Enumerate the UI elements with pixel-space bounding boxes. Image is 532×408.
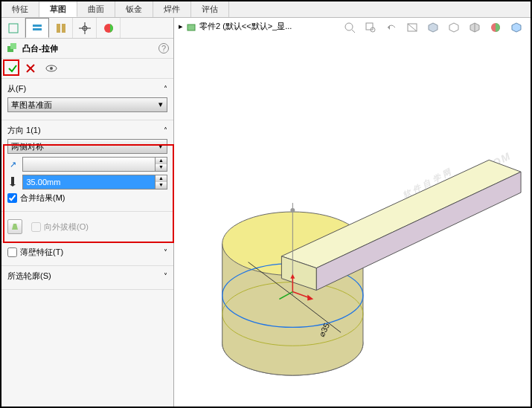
svg-rect-11 (10, 43, 16, 49)
extrude-icon (6, 42, 18, 55)
from-select[interactable]: 草图基准面 (7, 97, 167, 112)
draft-outward-label: 向外拔模(O) (44, 221, 89, 233)
tab-sheetmetal[interactable]: 钣金 (115, 1, 153, 17)
contours-header[interactable]: 所选轮廓(S) ˅ (7, 271, 167, 282)
feature-tree-icon[interactable] (1, 18, 25, 38)
svg-rect-16 (11, 177, 14, 184)
chevron-up-icon: ˄ (164, 126, 167, 135)
property-panel: 凸台-拉伸 ? 从(F) ˄ 草图基准面 ▾ (1, 18, 174, 407)
draft-toggle-button[interactable] (7, 219, 22, 234)
direction1-section-header[interactable]: 方向 1(1) ˄ (7, 125, 167, 136)
chevron-down-icon: ˅ (164, 272, 167, 280)
help-icon[interactable]: ? (158, 43, 169, 54)
from-section-header[interactable]: 从(F) ˄ (7, 83, 167, 94)
panel-icon-strip (1, 18, 173, 39)
spin-up[interactable]: ▲ (156, 175, 167, 182)
chevron-down-icon: ˅ (164, 248, 167, 256)
feature-title: 凸台-拉伸 (22, 43, 58, 54)
spin-down[interactable]: ▼ (156, 182, 167, 189)
ok-button[interactable] (6, 62, 19, 75)
configuration-icon[interactable] (49, 18, 73, 38)
direction-vector-field[interactable] (22, 157, 156, 172)
svg-marker-17 (12, 224, 18, 230)
reverse-direction-icon[interactable]: ↗ (7, 160, 18, 169)
tab-evaluate[interactable]: 评估 (191, 1, 229, 17)
depth-icon (7, 176, 18, 188)
svg-rect-0 (9, 24, 18, 33)
model-geometry: ⌀35 (174, 18, 531, 407)
cancel-button[interactable] (24, 62, 37, 75)
ribbon-tabbar: 特征 草图 曲面 钣金 焊件 评估 (1, 1, 531, 18)
direction1-label: 方向 1(1) (7, 125, 41, 136)
svg-point-41 (290, 208, 295, 213)
svg-point-15 (50, 67, 53, 70)
graphics-viewport[interactable]: ▸ 零件2 (默认<<默认>_显... 软件自学网 WWW.RJZXW.COM (174, 18, 531, 407)
contours-label: 所选轮廓(S) (7, 271, 51, 282)
thin-feature-header[interactable]: 薄壁特征(T) ˅ (7, 247, 167, 258)
svg-rect-4 (62, 24, 65, 33)
preview-icon[interactable] (45, 62, 58, 75)
depth-field[interactable] (22, 175, 156, 190)
tab-weldment[interactable]: 焊件 (153, 1, 191, 17)
chevron-up-icon: ˄ (164, 85, 167, 93)
merge-result-checkbox[interactable] (7, 193, 17, 203)
spin-up[interactable]: ▲ (156, 158, 167, 164)
dimxpert-icon[interactable] (73, 18, 97, 38)
svg-rect-1 (33, 25, 42, 27)
merge-result-label: 合并结果(M) (20, 192, 65, 204)
thin-feature-label: 薄壁特征(T) (20, 247, 63, 258)
from-label: 从(F) (7, 83, 26, 94)
tab-surface[interactable]: 曲面 (77, 1, 115, 17)
tab-feature[interactable]: 特征 (1, 1, 39, 17)
appearance-icon[interactable] (97, 18, 121, 38)
spin-down[interactable]: ▼ (156, 164, 167, 171)
tab-sketch[interactable]: 草图 (39, 1, 77, 17)
end-condition-select[interactable]: 两侧对称 (7, 139, 167, 154)
svg-rect-2 (33, 28, 42, 30)
thin-feature-checkbox[interactable] (7, 247, 17, 257)
property-manager-icon[interactable] (25, 18, 49, 38)
draft-outward-checkbox (31, 222, 41, 232)
svg-rect-3 (57, 24, 60, 33)
